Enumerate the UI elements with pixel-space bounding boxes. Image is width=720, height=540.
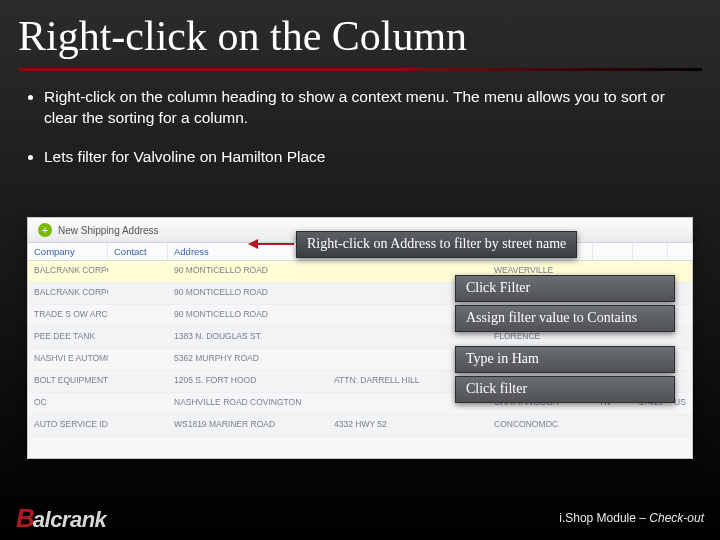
slide-footer: B alcrank i.Shop Module – Check-out [0,502,720,540]
table-cell [108,371,168,392]
footer-page: Check-out [649,511,704,525]
table-cell: NASHVI E AUTOMOTIVE IMPORTS [28,349,108,370]
col-contact[interactable]: Contact [108,243,168,260]
table-cell [108,415,168,436]
bullet-list: Right-click on the column heading to sho… [44,87,720,168]
table-cell: OC [28,393,108,414]
callout-address: Right-click on Address to filter by stre… [296,231,577,258]
table-cell: 90 MONTICELLO ROAD [168,283,328,304]
table-cell: CONCONOMOC [488,415,593,436]
footer-module: i.Shop Module [559,511,636,525]
table-cell [108,327,168,348]
footer-sep: – [636,511,649,525]
logo-text: alcrank [33,507,107,533]
slide-title: Right-click on the Column [0,0,720,66]
table-cell [108,261,168,282]
add-icon[interactable]: + [38,223,52,237]
table-cell: TRADE S OW ARCA JESSICA [28,305,108,326]
table-cell: 90 MONTICELLO ROAD [168,261,328,282]
col-6[interactable] [633,243,668,260]
table-row[interactable]: AUTO SERVICE IDS LLCWS1819 MARINER ROAD4… [28,415,692,437]
table-cell: WS1819 MARINER ROAD [168,415,328,436]
table-cell: 1383 N. DOUGLAS ST. [168,327,328,348]
logo-initial: B [16,503,34,534]
footer-right: i.Shop Module – Check-out [559,511,704,525]
table-cell [108,305,168,326]
table-cell: 90 MONTICELLO ROAD [168,305,328,326]
table-cell: PEE DEE TANK [28,327,108,348]
table-cell [108,283,168,304]
table-cell: 5362 MURPHY ROAD [168,349,328,370]
table-cell [668,415,693,436]
col-5[interactable] [593,243,633,260]
bullet-item: Right-click on the column heading to sho… [44,87,692,129]
col-company[interactable]: Company [28,243,108,260]
col-7[interactable] [668,243,693,260]
table-cell: BOLT EQUIPMENT LLC [28,371,108,392]
table-cell: AUTO SERVICE IDS LLC [28,415,108,436]
table-cell [593,415,633,436]
callout-click-filter-2: Click filter [455,376,675,403]
callout-click-filter: Click Filter [455,275,675,302]
table-cell: 1205 S. FORT HOOD [168,371,328,392]
table-cell: BALCRANK CORPORATION [28,283,108,304]
callout-type-ham: Type in Ham [455,346,675,373]
table-cell [108,349,168,370]
table-cell: 4332 HWY 52 [328,415,488,436]
bullet-item: Lets filter for Valvoline on Hamilton Pl… [44,147,692,168]
title-rule [18,68,702,71]
toolbar-label: New Shipping Address [58,225,159,236]
table-cell [108,393,168,414]
brand-logo: B alcrank [16,503,106,534]
callout-assign: Assign filter value to Contains [455,305,675,332]
arrow-icon [248,239,294,249]
table-cell [633,415,668,436]
table-cell: NASHVILLE ROAD COVINGTON [168,393,328,414]
table-cell: BALCRANK CORPORATION [28,261,108,282]
